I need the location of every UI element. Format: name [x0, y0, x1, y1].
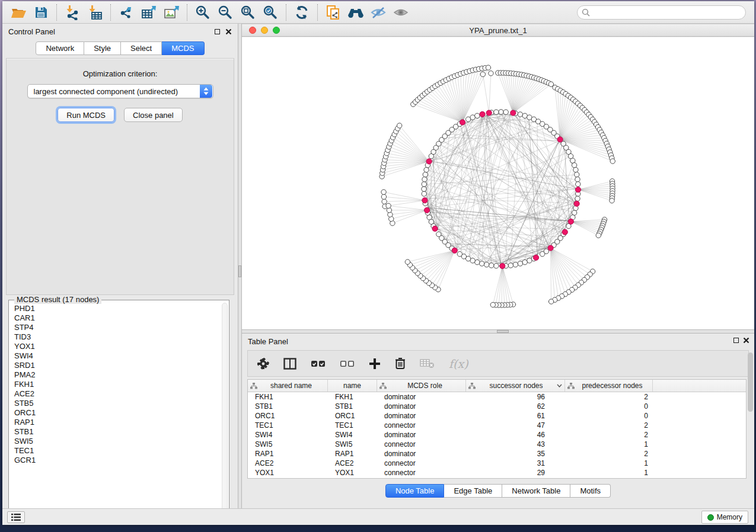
- vertical-splitter-handle[interactable]: [238, 265, 241, 277]
- mcds-result-item[interactable]: STB5: [14, 399, 221, 408]
- export-network-icon[interactable]: [115, 3, 138, 22]
- table-cell: 43: [466, 440, 565, 449]
- mcds-result-item[interactable]: GCR1: [14, 456, 221, 465]
- export-table-icon[interactable]: [138, 3, 160, 22]
- import-table-icon[interactable]: [84, 3, 106, 22]
- mcds-result-item[interactable]: TEC1: [14, 446, 221, 456]
- table-cell: 35: [466, 449, 565, 459]
- network-title: YPA_prune.txt_1: [242, 26, 754, 35]
- mcds-result-item[interactable]: SWI5: [14, 437, 221, 446]
- tab-select[interactable]: Select: [121, 41, 162, 55]
- table-panel: Table Panel f(x) shared name name: [242, 334, 754, 508]
- search-input[interactable]: [577, 5, 746, 20]
- mcds-result-item[interactable]: CAR1: [14, 313, 221, 323]
- tab-style[interactable]: Style: [84, 41, 121, 55]
- table-row[interactable]: YOX1YOX1connector291: [248, 468, 746, 477]
- zoom-fit-icon[interactable]: [237, 3, 259, 22]
- close-panel-button[interactable]: Close panel: [124, 108, 183, 122]
- tab-motifs[interactable]: Motifs: [570, 484, 611, 498]
- mcds-result-item[interactable]: PHD1: [14, 304, 221, 313]
- delete-column-icon[interactable]: [395, 357, 406, 370]
- show-all-icon[interactable]: [390, 3, 412, 22]
- delete-table-icon[interactable]: [420, 358, 435, 368]
- column-header-name[interactable]: name: [328, 380, 377, 392]
- table-cell: TEC1: [248, 421, 328, 430]
- mcds-result-item[interactable]: SRD1: [14, 361, 221, 370]
- column-header-mcds-role[interactable]: MCDS role: [377, 380, 466, 392]
- table-row[interactable]: RAP1RAP1dominator352: [248, 449, 746, 459]
- copy-style-icon[interactable]: [322, 3, 344, 22]
- table-row[interactable]: ACE2ACE2connector311: [248, 459, 746, 468]
- close-panel-icon[interactable]: [225, 28, 232, 35]
- close-table-panel-icon[interactable]: [743, 337, 749, 344]
- table-row[interactable]: PHD1PHD1dominator180: [248, 477, 746, 479]
- mcds-result-item[interactable]: ORC1: [14, 408, 221, 418]
- table-row[interactable]: FKH1FKH1dominator962: [248, 392, 746, 402]
- table-panel-titlebar: Table Panel: [242, 334, 754, 349]
- table-row[interactable]: SWI4SWI4dominator462: [248, 430, 746, 440]
- mcds-result-item[interactable]: ACE2: [14, 389, 221, 399]
- mcds-list-scrollbar[interactable]: [222, 303, 228, 516]
- table-row[interactable]: SWI5SWI5connector431: [248, 440, 746, 449]
- horizontal-splitter-handle[interactable]: [497, 330, 509, 333]
- column-header-shared-name[interactable]: shared name: [248, 380, 328, 392]
- table-cell: dominator: [377, 477, 466, 479]
- table-panel-title: Table Panel: [248, 337, 288, 346]
- toolbar-separator: [286, 4, 286, 21]
- table-cell: 0: [565, 402, 653, 411]
- table-cell: ORC1: [328, 411, 377, 421]
- network-titlebar[interactable]: YPA_prune.txt_1: [242, 24, 754, 37]
- tab-network-table[interactable]: Network Table: [502, 484, 570, 498]
- table-cell: dominator: [377, 449, 466, 459]
- first-neighbors-icon[interactable]: [344, 3, 367, 22]
- table-cell: connector: [377, 440, 466, 449]
- show-all-columns-icon[interactable]: [311, 360, 326, 368]
- tab-edge-table[interactable]: Edge Table: [444, 484, 502, 498]
- mcds-result-item[interactable]: STB1: [14, 427, 221, 437]
- float-panel-icon[interactable]: [215, 29, 220, 34]
- task-history-button[interactable]: [7, 511, 25, 523]
- table-cell: 96: [466, 392, 565, 402]
- mcds-result-item[interactable]: TID3: [14, 332, 221, 342]
- table-cell: ACE2: [248, 459, 328, 468]
- split-view-icon[interactable]: [283, 358, 296, 370]
- mcds-result-item[interactable]: SWI4: [14, 351, 221, 361]
- mcds-result-item[interactable]: RAP1: [14, 418, 221, 427]
- table-row[interactable]: ORC1ORC1dominator610: [248, 411, 746, 421]
- export-image-icon[interactable]: [160, 3, 183, 22]
- table-options-icon[interactable]: [257, 358, 269, 370]
- table-row[interactable]: TEC1TEC1connector472: [248, 421, 746, 430]
- tab-node-table[interactable]: Node Table: [385, 484, 445, 498]
- zoom-in-icon[interactable]: [192, 3, 214, 22]
- tab-mcds[interactable]: MCDS: [162, 41, 204, 55]
- table-row[interactable]: STB1STB1dominator620: [248, 402, 746, 411]
- tab-network[interactable]: Network: [36, 41, 84, 55]
- refresh-layout-icon[interactable]: [291, 3, 313, 22]
- column-header-predecessor-nodes[interactable]: predecessor nodes: [565, 380, 653, 392]
- memory-button[interactable]: Memory: [701, 511, 748, 524]
- table-cell: dominator: [377, 392, 466, 402]
- table-cell: 1: [565, 459, 653, 468]
- hide-all-columns-icon[interactable]: [340, 360, 355, 368]
- zoom-selected-icon[interactable]: [259, 3, 282, 22]
- mcds-result-item[interactable]: FKH1: [14, 380, 221, 389]
- run-mcds-button[interactable]: Run MCDS: [58, 108, 114, 122]
- search-icon: [582, 8, 590, 17]
- memory-label: Memory: [717, 513, 742, 521]
- network-canvas[interactable]: [242, 37, 754, 329]
- import-network-icon[interactable]: [61, 3, 84, 22]
- hide-selected-icon[interactable]: [367, 3, 390, 22]
- mcds-result-item[interactable]: STP4: [14, 323, 221, 332]
- zoom-out-icon[interactable]: [214, 3, 237, 22]
- horizontal-splitter[interactable]: [242, 329, 754, 334]
- float-table-panel-icon[interactable]: [733, 338, 739, 343]
- add-column-icon[interactable]: [369, 358, 381, 370]
- save-session-icon[interactable]: [30, 3, 52, 22]
- table-scrollbar-thumb[interactable]: [748, 352, 753, 412]
- mcds-result-item[interactable]: PMA2: [14, 370, 221, 380]
- vertical-splitter[interactable]: [238, 24, 242, 508]
- optimization-criterion-select[interactable]: largest connected component (undirected): [27, 84, 213, 98]
- column-header-successor-nodes[interactable]: successor nodes: [466, 380, 565, 392]
- mcds-result-item[interactable]: YOX1: [14, 342, 221, 351]
- open-file-icon[interactable]: [7, 3, 30, 22]
